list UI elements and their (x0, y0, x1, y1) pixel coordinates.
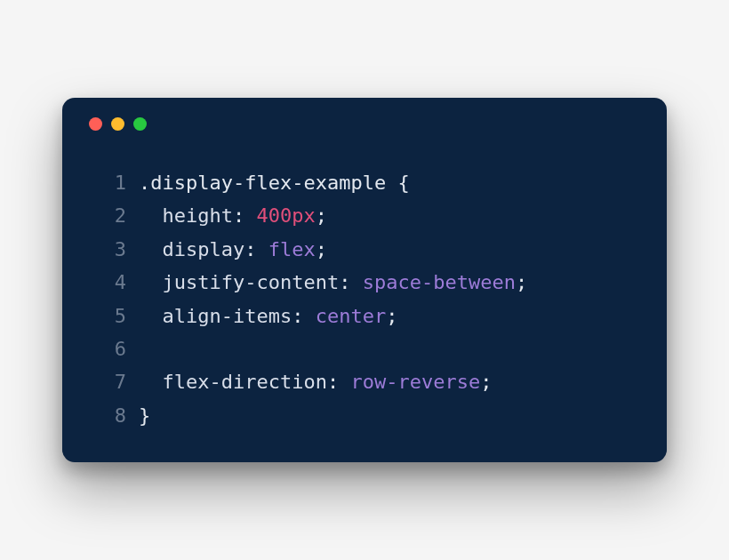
token-punct: } (139, 404, 150, 427)
token-prop: height (163, 204, 233, 227)
token-selector: .display-flex-example (139, 172, 397, 194)
line-number: 8 (96, 399, 126, 432)
line-number: 2 (96, 199, 126, 232)
line-content: } (139, 399, 150, 432)
token-punct: ; (316, 204, 327, 227)
token-prop: display (163, 238, 245, 260)
line-number: 4 (96, 266, 126, 299)
code-line[interactable]: 6 (96, 332, 642, 365)
token-punct: ; (316, 238, 327, 260)
token-value: center (316, 305, 386, 327)
code-editor[interactable]: 1.display-flex-example {2 height: 400px;… (87, 166, 642, 432)
line-number: 1 (96, 166, 126, 199)
code-line[interactable]: 5 align-items: center; (96, 300, 642, 332)
code-line[interactable]: 4 justify-content: space-between; (96, 266, 642, 299)
line-content: align-items: center; (139, 300, 397, 332)
code-line[interactable]: 3 display: flex; (96, 233, 642, 266)
line-number: 6 (96, 332, 126, 365)
line-number: 5 (96, 300, 126, 332)
token-punct: : (233, 204, 257, 227)
code-window: 1.display-flex-example {2 height: 400px;… (62, 98, 667, 462)
line-content: flex-direction: row-reverse; (139, 365, 492, 398)
line-number: 7 (96, 365, 126, 398)
token-prop: flex-direction (163, 371, 327, 393)
code-line[interactable]: 8} (96, 399, 642, 432)
code-line[interactable]: 7 flex-direction: row-reverse; (96, 365, 642, 398)
token-value: flex (268, 238, 316, 260)
token-default (139, 204, 163, 227)
token-punct: ; (386, 305, 397, 327)
line-content: height: 400px; (139, 199, 327, 232)
token-punct: ; (480, 371, 492, 393)
token-default (139, 271, 163, 293)
maximize-icon[interactable] (133, 117, 147, 131)
line-content: justify-content: space-between; (139, 266, 527, 299)
token-punct: { (397, 172, 409, 194)
token-punct: : (244, 238, 268, 260)
token-number: 400px (256, 204, 315, 227)
line-number: 3 (96, 233, 126, 266)
token-punct: ; (516, 271, 527, 293)
token-punct: : (339, 271, 363, 293)
token-punct: : (292, 305, 316, 327)
line-content: .display-flex-example { (139, 166, 410, 199)
code-line[interactable]: 1.display-flex-example { (96, 166, 642, 199)
minimize-icon[interactable] (111, 117, 124, 131)
window-controls (89, 117, 642, 131)
line-content: display: flex; (139, 233, 327, 266)
token-value: row-reverse (350, 371, 480, 393)
token-default (139, 305, 163, 327)
token-default (139, 238, 163, 260)
token-prop: justify-content (163, 271, 340, 293)
token-prop: align-items (163, 305, 292, 327)
code-line[interactable]: 2 height: 400px; (96, 199, 642, 232)
token-default (139, 371, 163, 393)
token-value: space-between (363, 271, 516, 293)
close-icon[interactable] (89, 117, 102, 131)
token-punct: : (327, 371, 351, 393)
